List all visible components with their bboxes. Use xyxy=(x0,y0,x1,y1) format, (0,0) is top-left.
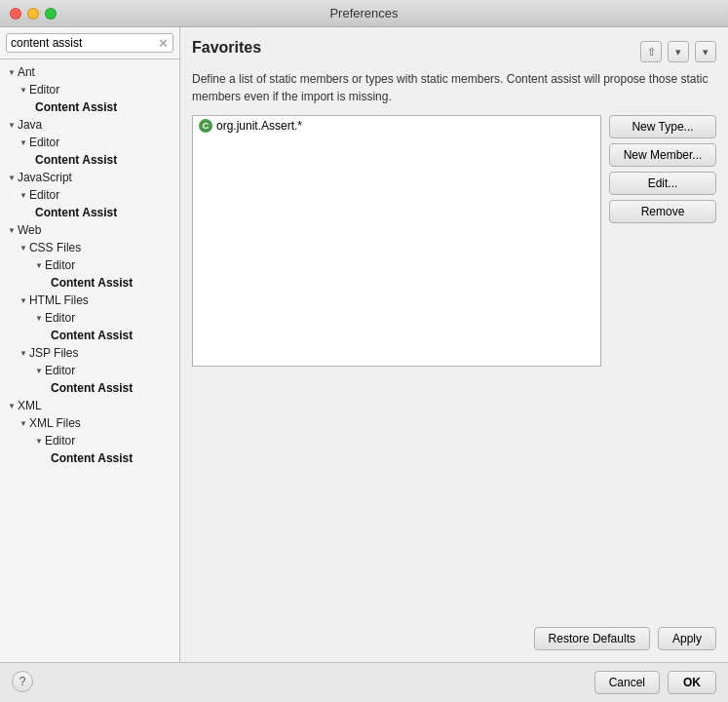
search-box: ✕ xyxy=(0,27,179,59)
title-bar: Preferences xyxy=(0,0,728,27)
close-button[interactable] xyxy=(10,8,21,20)
help-icon: ? xyxy=(19,675,26,688)
down-arrow-button[interactable]: ▾ xyxy=(668,41,689,62)
tree-label: Content Assist xyxy=(51,381,133,395)
tree-item-java-editor[interactable]: ▼ Editor xyxy=(0,134,179,151)
expand-icon: ▼ xyxy=(35,437,43,446)
search-wrapper[interactable]: ✕ xyxy=(6,33,173,53)
favorites-buttons: New Type... New Member... Edit... Remove xyxy=(609,115,716,367)
tree-label: Content Assist xyxy=(51,329,133,342)
sidebar: ✕ ▼ Ant ▼ Editor Content Assist xyxy=(0,27,180,662)
tree-item-xml-ca[interactable]: Content Assist xyxy=(0,449,179,467)
expand-icon: ▼ xyxy=(19,296,27,305)
tree-label: Content Assist xyxy=(51,276,133,290)
restore-defaults-button[interactable]: Restore Defaults xyxy=(534,627,650,650)
panel-spacer xyxy=(192,367,716,618)
expand-icon: ▼ xyxy=(35,314,43,323)
panel-action-bar: Restore Defaults Apply xyxy=(192,627,716,650)
help-button[interactable]: ? xyxy=(12,671,33,692)
tree-item-ant[interactable]: ▼ Ant xyxy=(0,63,179,81)
panel-header: Favorites ⇧ ▾ ▾ xyxy=(192,39,716,64)
clear-search-icon[interactable]: ✕ xyxy=(158,37,169,50)
footer-left: ? xyxy=(12,671,33,694)
tree-label: Java xyxy=(18,118,42,132)
tree-label: Editor xyxy=(45,311,75,325)
expand-icon: ▼ xyxy=(8,226,16,235)
tree-item-ant-ca[interactable]: Content Assist xyxy=(0,98,179,116)
tree-item-web[interactable]: ▼ Web xyxy=(0,221,179,239)
tree-item-xml-files[interactable]: ▼ XML Files xyxy=(0,414,179,432)
expand-icon: ▼ xyxy=(19,349,27,358)
tree-item-java[interactable]: ▼ Java xyxy=(0,116,179,134)
tree-item-html-editor[interactable]: ▼ Editor xyxy=(0,309,179,327)
right-panel: Favorites ⇧ ▾ ▾ Define a list of static … xyxy=(180,27,728,662)
tree-label: Web xyxy=(18,223,41,237)
panel-title: Favorites xyxy=(192,39,261,57)
expand-icon: ▼ xyxy=(19,244,27,253)
tree-item-javascript-editor[interactable]: ▼ Editor xyxy=(0,186,179,204)
favorites-item-label: org.junit.Assert.* xyxy=(216,119,302,133)
tree-item-xml-editor[interactable]: ▼ Editor xyxy=(0,432,179,449)
tree-item-html-ca[interactable]: Content Assist xyxy=(0,327,179,344)
expand-icon: ▼ xyxy=(19,86,27,95)
tree-item-css[interactable]: ▼ CSS Files xyxy=(0,239,179,256)
tree-label: Content Assist xyxy=(35,100,117,114)
tree-item-jsp-editor[interactable]: ▼ Editor xyxy=(0,362,179,379)
tree-item-css-editor[interactable]: ▼ Editor xyxy=(0,256,179,274)
tree-area: ▼ Ant ▼ Editor Content Assist ▼ Java xyxy=(0,59,179,662)
search-input[interactable] xyxy=(11,36,158,50)
type-icon: C xyxy=(199,119,212,133)
tree-label: CSS Files xyxy=(29,241,81,254)
tree-item-javascript[interactable]: ▼ JavaScript xyxy=(0,169,179,186)
tree-label: Content Assist xyxy=(35,153,117,167)
maximize-button[interactable] xyxy=(45,8,57,20)
up-arrow-button[interactable]: ⇧ xyxy=(640,41,662,62)
expand-icon: ▼ xyxy=(19,419,27,428)
menu-icon: ▾ xyxy=(703,46,709,58)
new-type-button[interactable]: New Type... xyxy=(609,115,716,138)
tree-label: Content Assist xyxy=(35,206,117,219)
tree-item-html[interactable]: ▼ HTML Files xyxy=(0,292,179,309)
expand-icon: ▼ xyxy=(19,191,27,200)
tree-item-jsp-ca[interactable]: Content Assist xyxy=(0,379,179,397)
cancel-button[interactable]: Cancel xyxy=(594,671,660,694)
tree-item-ant-editor[interactable]: ▼ Editor xyxy=(0,81,179,98)
tree-label: HTML Files xyxy=(29,293,89,307)
window-controls xyxy=(10,8,57,20)
minimize-button[interactable] xyxy=(27,8,39,20)
tree-item-xml[interactable]: ▼ XML xyxy=(0,397,179,414)
expand-icon: ▼ xyxy=(8,121,16,130)
down-arrow-icon: ▾ xyxy=(675,46,681,58)
up-arrow-icon: ⇧ xyxy=(647,46,656,58)
new-member-button[interactable]: New Member... xyxy=(609,143,716,167)
tree-label: XML xyxy=(18,399,42,412)
tree-label: JavaScript xyxy=(18,171,72,184)
tree-label: Editor xyxy=(29,136,59,149)
tree-label: Editor xyxy=(29,188,59,202)
remove-button[interactable]: Remove xyxy=(609,200,716,223)
expand-icon: ▼ xyxy=(8,68,16,77)
tree-label: Ant xyxy=(18,65,35,79)
panel-toolbar: ⇧ ▾ ▾ xyxy=(640,41,716,62)
tree-item-css-ca[interactable]: Content Assist xyxy=(0,274,179,292)
expand-icon: ▼ xyxy=(35,261,43,270)
tree-label: Editor xyxy=(29,83,59,97)
window-title: Preferences xyxy=(329,6,398,20)
expand-icon: ▼ xyxy=(8,174,16,182)
ok-button[interactable]: OK xyxy=(668,671,716,694)
tree-label: JSP Files xyxy=(29,346,78,360)
tree-item-javascript-ca[interactable]: Content Assist xyxy=(0,204,179,221)
tree-label: Content Assist xyxy=(51,451,133,465)
panel-description: Define a list of static members or types… xyxy=(192,70,716,105)
footer-bar: ? Cancel OK xyxy=(0,662,728,702)
menu-button[interactable]: ▾ xyxy=(695,41,716,62)
tree-item-jsp[interactable]: ▼ JSP Files xyxy=(0,344,179,362)
favorites-list[interactable]: C org.junit.Assert.* xyxy=(192,115,601,367)
edit-button[interactable]: Edit... xyxy=(609,172,716,195)
expand-icon: ▼ xyxy=(8,402,16,410)
expand-icon: ▼ xyxy=(35,367,43,375)
tree-label: XML Files xyxy=(29,416,81,430)
list-item[interactable]: C org.junit.Assert.* xyxy=(193,116,600,136)
tree-item-java-ca[interactable]: Content Assist xyxy=(0,151,179,169)
apply-button[interactable]: Apply xyxy=(658,627,716,650)
